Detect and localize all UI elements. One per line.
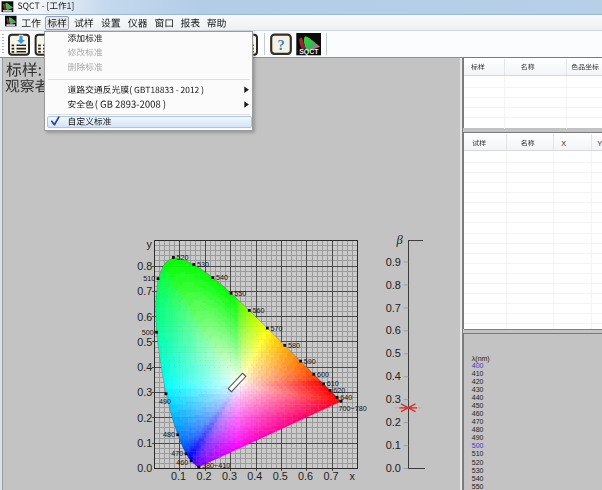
svg-text:480: 480 bbox=[472, 426, 484, 433]
svg-text:520: 520 bbox=[472, 459, 484, 466]
svg-text:510: 510 bbox=[472, 450, 484, 457]
svg-text:0.4: 0.4 bbox=[137, 361, 152, 373]
svg-text:X: X bbox=[561, 139, 566, 148]
svg-text:0.4: 0.4 bbox=[247, 470, 262, 482]
svg-text:β: β bbox=[395, 233, 403, 247]
svg-text:0.1: 0.1 bbox=[171, 470, 186, 482]
svg-text:Y: Y bbox=[597, 139, 602, 148]
svg-text:600: 600 bbox=[317, 370, 329, 379]
svg-text:440: 440 bbox=[472, 394, 484, 401]
svg-text:480: 480 bbox=[163, 430, 175, 439]
svg-text:640: 640 bbox=[340, 393, 352, 402]
svg-text:0.8: 0.8 bbox=[137, 260, 152, 272]
svg-text:SQCT: SQCT bbox=[299, 48, 319, 56]
svg-text:530: 530 bbox=[197, 260, 209, 269]
svg-text:570: 570 bbox=[271, 324, 283, 333]
svg-text:590: 590 bbox=[304, 357, 316, 366]
svg-text:700~780: 700~780 bbox=[339, 404, 367, 413]
svg-text:0.0: 0.0 bbox=[137, 462, 152, 474]
svg-text:490: 490 bbox=[159, 397, 171, 406]
svg-text:460: 460 bbox=[176, 458, 188, 467]
svg-text:0.5: 0.5 bbox=[273, 470, 288, 482]
svg-text:470: 470 bbox=[472, 418, 484, 425]
svg-text:540: 540 bbox=[216, 273, 228, 282]
svg-text:0.7: 0.7 bbox=[137, 285, 152, 297]
svg-text:0.4: 0.4 bbox=[386, 370, 401, 382]
svg-text:0.1: 0.1 bbox=[386, 439, 401, 451]
svg-text:0.3: 0.3 bbox=[137, 386, 152, 398]
svg-text:530: 530 bbox=[472, 467, 484, 474]
svg-text:0.6: 0.6 bbox=[137, 311, 152, 323]
svg-text:460: 460 bbox=[472, 410, 484, 417]
svg-text:430: 430 bbox=[472, 386, 484, 393]
svg-text:500: 500 bbox=[472, 442, 484, 449]
svg-text:0.7: 0.7 bbox=[323, 470, 338, 482]
svg-text:520: 520 bbox=[177, 253, 189, 262]
svg-text:560: 560 bbox=[253, 306, 265, 315]
svg-text:420: 420 bbox=[472, 378, 484, 385]
svg-text:y: y bbox=[146, 238, 152, 250]
svg-text:0.2: 0.2 bbox=[386, 416, 401, 428]
svg-text:x: x bbox=[350, 470, 356, 482]
svg-text:0.0: 0.0 bbox=[386, 462, 401, 474]
svg-text:0.8: 0.8 bbox=[386, 279, 401, 291]
svg-text:0.2: 0.2 bbox=[137, 412, 152, 424]
svg-text:510: 510 bbox=[143, 274, 155, 283]
svg-text:0.9: 0.9 bbox=[386, 256, 401, 268]
svg-text:0.3: 0.3 bbox=[386, 393, 401, 405]
svg-text:450: 450 bbox=[472, 402, 484, 409]
svg-text:0.1: 0.1 bbox=[137, 437, 152, 449]
svg-text:?: ? bbox=[277, 37, 284, 53]
svg-text:410: 410 bbox=[472, 370, 484, 377]
svg-text:0.6: 0.6 bbox=[298, 470, 313, 482]
svg-text:0.2: 0.2 bbox=[196, 470, 211, 482]
svg-text:540: 540 bbox=[472, 475, 484, 482]
svg-text:0.5: 0.5 bbox=[137, 336, 152, 348]
svg-text:380~410: 380~410 bbox=[202, 461, 230, 470]
svg-text:0.5: 0.5 bbox=[386, 347, 401, 359]
svg-text:580: 580 bbox=[288, 341, 300, 350]
svg-text:470: 470 bbox=[171, 449, 183, 458]
svg-text:0.6: 0.6 bbox=[386, 324, 401, 336]
svg-text:0.3: 0.3 bbox=[222, 470, 237, 482]
svg-text:400: 400 bbox=[472, 362, 484, 369]
svg-text:550: 550 bbox=[472, 483, 484, 490]
svg-text:490: 490 bbox=[472, 434, 484, 441]
svg-text:0.7: 0.7 bbox=[386, 302, 401, 314]
svg-text:550: 550 bbox=[234, 289, 246, 298]
